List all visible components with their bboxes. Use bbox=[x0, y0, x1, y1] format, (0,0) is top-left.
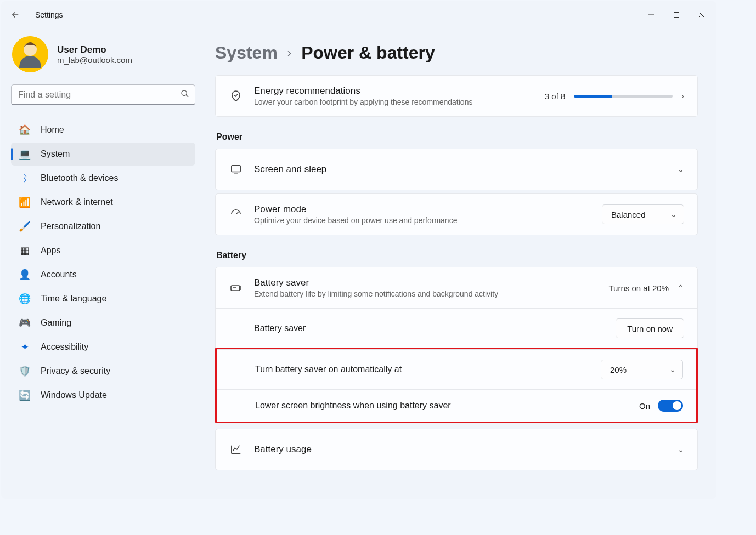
page-title: Power & battery bbox=[301, 43, 435, 63]
battery-saver-auto-row: Turn battery saver on automatically at 2… bbox=[217, 349, 696, 389]
sidebar-item-label: Time & language bbox=[41, 294, 106, 304]
app-title: Settings bbox=[35, 10, 63, 19]
sidebar-item-label: Personalization bbox=[41, 221, 100, 231]
battery-saver-label: Battery saver bbox=[254, 323, 306, 333]
nav-list: 🏠Home 💻System ᛒBluetooth & devices 📶Netw… bbox=[11, 118, 195, 407]
svg-rect-1 bbox=[674, 13, 679, 18]
chevron-right-icon: › bbox=[681, 92, 684, 100]
system-icon: 💻 bbox=[19, 148, 31, 160]
battery-saver-card: Battery saver Extend battery life by lim… bbox=[215, 267, 698, 423]
power-mode-value: Balanced bbox=[611, 210, 646, 219]
energy-sub: Lower your carbon footprint by applying … bbox=[254, 98, 472, 106]
energy-progress bbox=[574, 95, 673, 98]
minimize-button[interactable] bbox=[639, 6, 664, 24]
turn-on-now-button[interactable]: Turn on now bbox=[616, 318, 684, 338]
breadcrumb-parent[interactable]: System bbox=[215, 43, 278, 63]
sidebar-item-personalization[interactable]: 🖌️Personalization bbox=[11, 215, 195, 238]
profile-block[interactable]: User Demo m_lab@outlook.com bbox=[11, 36, 195, 72]
back-button[interactable] bbox=[3, 3, 27, 27]
power-mode-sub: Optimize your device based on power use … bbox=[254, 216, 457, 225]
home-icon: 🏠 bbox=[19, 124, 31, 136]
battery-saver-auto-label: Turn battery saver on automatically at bbox=[255, 365, 402, 374]
screen-sleep-card[interactable]: Screen and sleep ⌄ bbox=[215, 149, 698, 190]
svg-rect-8 bbox=[232, 166, 241, 172]
power-mode-select[interactable]: Balanced ⌄ bbox=[602, 204, 684, 224]
close-button[interactable] bbox=[689, 6, 714, 24]
chart-icon bbox=[229, 443, 243, 456]
sidebar-item-accessibility[interactable]: ✦Accessibility bbox=[11, 335, 195, 358]
toggle-state-label: On bbox=[639, 401, 650, 411]
shield-icon: 🛡️ bbox=[19, 365, 31, 377]
battery-saver-threshold-select[interactable]: 20% ⌄ bbox=[601, 360, 683, 379]
chevron-up-icon: ⌃ bbox=[678, 283, 684, 292]
svg-point-6 bbox=[182, 90, 187, 95]
battery-saver-header[interactable]: Battery saver Extend battery life by lim… bbox=[216, 268, 697, 308]
window-controls bbox=[639, 6, 714, 24]
apps-icon: ▦ bbox=[19, 244, 31, 257]
chevron-right-icon: › bbox=[287, 46, 291, 60]
leaf-icon bbox=[229, 89, 243, 103]
sidebar-item-privacy[interactable]: 🛡️Privacy & security bbox=[11, 360, 195, 383]
bluetooth-icon: ᛒ bbox=[19, 173, 31, 184]
sidebar-item-label: Windows Update bbox=[41, 390, 107, 400]
power-mode-title: Power mode bbox=[254, 204, 457, 215]
energy-title: Energy recommendations bbox=[254, 86, 472, 96]
sidebar-item-label: Privacy & security bbox=[41, 366, 110, 376]
user-name: User Demo bbox=[57, 44, 132, 55]
sidebar-item-label: Bluetooth & devices bbox=[41, 173, 118, 183]
titlebar: Settings bbox=[1, 1, 716, 29]
globe-icon: 🌐 bbox=[19, 293, 31, 305]
energy-count: 3 of 8 bbox=[545, 92, 566, 101]
sidebar-item-label: System bbox=[41, 149, 70, 159]
battery-saver-status: Turns on at 20% bbox=[608, 283, 669, 293]
lower-brightness-row: Lower screen brightness when using batte… bbox=[217, 389, 696, 422]
sidebar-item-windows-update[interactable]: 🔄Windows Update bbox=[11, 384, 195, 407]
battery-usage-title: Battery usage bbox=[254, 444, 312, 455]
sidebar-item-label: Apps bbox=[41, 246, 60, 255]
sidebar-item-label: Gaming bbox=[41, 318, 71, 328]
user-email: m_lab@outlook.com bbox=[57, 55, 132, 65]
search-input[interactable] bbox=[18, 90, 180, 100]
lower-brightness-label: Lower screen brightness when using batte… bbox=[255, 401, 451, 411]
battery-saver-expander: Battery saver Turn on now Turn battery s… bbox=[216, 308, 697, 423]
sidebar-item-home[interactable]: 🏠Home bbox=[11, 118, 195, 141]
battery-saver-threshold-value: 20% bbox=[610, 365, 627, 374]
chevron-down-icon: ⌄ bbox=[669, 365, 676, 374]
battery-saver-row-toggle: Battery saver Turn on now bbox=[216, 309, 697, 348]
battery-usage-card[interactable]: Battery usage ⌄ bbox=[215, 429, 698, 470]
avatar bbox=[12, 36, 48, 72]
chevron-down-icon: ⌄ bbox=[670, 210, 677, 219]
search-box[interactable] bbox=[11, 84, 195, 105]
search-icon bbox=[180, 89, 189, 100]
main-content: System › Power & battery Energy recommen… bbox=[205, 29, 716, 499]
lower-brightness-toggle[interactable] bbox=[658, 400, 683, 412]
screen-icon bbox=[229, 163, 243, 175]
section-power: Power bbox=[216, 132, 698, 142]
power-mode-card: Power mode Optimize your device based on… bbox=[215, 193, 698, 235]
sidebar-item-time-language[interactable]: 🌐Time & language bbox=[11, 287, 195, 310]
chevron-down-icon: ⌄ bbox=[678, 445, 684, 454]
sidebar-item-gaming[interactable]: 🎮Gaming bbox=[11, 311, 195, 334]
breadcrumb: System › Power & battery bbox=[215, 43, 698, 63]
sidebar-item-system[interactable]: 💻System bbox=[11, 143, 195, 166]
svg-line-7 bbox=[186, 95, 188, 97]
svg-rect-10 bbox=[240, 287, 241, 289]
brush-icon: 🖌️ bbox=[19, 220, 31, 232]
maximize-button[interactable] bbox=[664, 6, 689, 24]
battery-saver-sub: Extend battery life by limiting some not… bbox=[254, 289, 498, 298]
chevron-down-icon: ⌄ bbox=[678, 165, 684, 174]
sidebar-item-network[interactable]: 📶Network & internet bbox=[11, 191, 195, 214]
update-icon: 🔄 bbox=[19, 389, 31, 401]
sidebar-item-label: Home bbox=[41, 125, 64, 135]
sidebar-item-bluetooth[interactable]: ᛒBluetooth & devices bbox=[11, 167, 195, 190]
sidebar-item-accounts[interactable]: 👤Accounts bbox=[11, 263, 195, 286]
sidebar-item-label: Accessibility bbox=[41, 342, 88, 352]
person-icon: 👤 bbox=[19, 269, 31, 281]
sidebar-item-apps[interactable]: ▦Apps bbox=[11, 239, 195, 262]
energy-recommendations-card[interactable]: Energy recommendations Lower your carbon… bbox=[215, 75, 698, 117]
settings-window: Settings User Demo m_lab@outlook.com bbox=[1, 1, 716, 499]
section-battery: Battery bbox=[216, 251, 698, 260]
sidebar: User Demo m_lab@outlook.com 🏠Home 💻Syste… bbox=[1, 29, 205, 499]
annotation-highlight: Turn battery saver on automatically at 2… bbox=[215, 348, 698, 423]
wifi-icon: 📶 bbox=[19, 196, 31, 208]
